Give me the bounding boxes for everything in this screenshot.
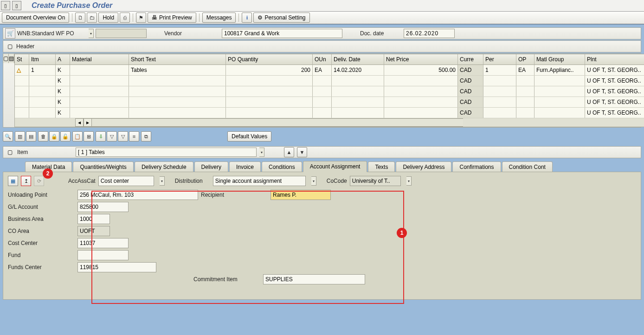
check-icon[interactable]: ⚑ (136, 13, 146, 23)
tab-delivery-schedule[interactable]: Delivery Schedule (135, 161, 193, 172)
hold-button[interactable]: Hold (98, 13, 118, 23)
cell-a[interactable]: K (56, 65, 70, 75)
tab-delivery[interactable]: Delivery (194, 161, 228, 172)
cell-plnt[interactable]: U OF T, ST. GEORG.. (585, 76, 644, 86)
col-curr[interactable]: Curre (458, 54, 483, 64)
deselect-all-btn[interactable]: ▤ (26, 131, 36, 142)
cell-per[interactable] (483, 76, 516, 86)
cell-mat[interactable] (70, 76, 129, 86)
info-icon[interactable]: i (242, 13, 252, 23)
fund-field[interactable] (77, 250, 129, 260)
tab-invoice[interactable]: Invoice (229, 161, 261, 172)
tab-confirmations[interactable]: Confirmations (452, 161, 501, 172)
cell-op[interactable] (516, 76, 535, 86)
addl-planning-icon[interactable]: ⧉ (141, 131, 151, 142)
cell-plnt[interactable]: U OF T, ST. GEORG.. (585, 108, 644, 118)
cell-mgrp[interactable] (535, 108, 585, 118)
grid-hscroll[interactable]: ◀ ▶ (75, 118, 644, 127)
gl-field[interactable]: 825800 (77, 202, 129, 212)
cell-st[interactable] (15, 76, 29, 86)
cell-st[interactable] (15, 86, 29, 97)
tab-conditions[interactable]: Conditions (262, 161, 302, 172)
cell-mgrp[interactable]: Furn.Applianc.. (535, 65, 585, 75)
item-next-icon[interactable]: ▼ (297, 147, 307, 157)
po-number-field[interactable] (96, 29, 147, 38)
item-selector-dropdown[interactable]: ▾ (259, 148, 264, 157)
messages-button[interactable]: Messages (202, 13, 236, 23)
cell-per[interactable]: 1 (483, 65, 516, 75)
copy-icon[interactable]: 📋 (72, 131, 83, 142)
other-po-icon[interactable]: 🗀 (87, 13, 97, 23)
distribution-dropdown[interactable]: ▾ (311, 176, 316, 186)
col-quantity[interactable]: PO Quantity (226, 54, 313, 64)
cell-oun[interactable] (313, 76, 332, 86)
cell-np[interactable] (384, 76, 458, 86)
cell-cur[interactable]: CAD (458, 97, 483, 107)
table-view-icon[interactable]: ▦ (8, 176, 18, 186)
cell-itm[interactable] (29, 86, 56, 97)
default-values-button[interactable]: Default Values (227, 131, 271, 142)
tab-material-data[interactable]: Material Data (25, 161, 72, 172)
vendor-field[interactable]: 100817 Grand & Work (222, 29, 342, 38)
cell-mat[interactable] (70, 97, 129, 107)
cell-oun[interactable] (313, 97, 332, 107)
cell-np[interactable] (384, 97, 458, 107)
cell-sht[interactable] (129, 108, 226, 118)
cell-ddate[interactable] (332, 108, 384, 118)
doc-overview-button[interactable]: Document Overview On (2, 13, 69, 23)
table-row[interactable]: KCADU OF T, ST. GEORG.. (15, 97, 644, 108)
cell-per[interactable] (483, 97, 516, 107)
grid-settings-icon[interactable]: ⊞ (84, 131, 94, 142)
tab-quantities-weights[interactable]: Quantities/Weights (73, 161, 134, 172)
cocode-dropdown[interactable]: ▾ (406, 176, 412, 186)
cell-sht[interactable] (129, 76, 226, 86)
cell-np[interactable] (384, 108, 458, 118)
distribution-field[interactable]: Single account assignment (213, 176, 306, 186)
delete-icon[interactable]: 🗑 (38, 131, 48, 142)
att-icon[interactable]: ≡ (129, 131, 139, 142)
ci-field[interactable]: SUPPLIES (263, 274, 365, 284)
cell-itm[interactable] (29, 97, 56, 107)
cell-op[interactable]: EA (516, 65, 535, 75)
table-row[interactable]: KCADU OF T, ST. GEORG.. (15, 108, 644, 118)
tab-delivery-address[interactable]: Delivery Address (396, 161, 451, 172)
personal-setting-button[interactable]: ⚙ Personal Setting (253, 13, 309, 23)
cell-st[interactable] (15, 108, 29, 118)
export-icon[interactable]: ⇩ (96, 131, 106, 142)
col-per[interactable]: Per (483, 54, 516, 64)
unlock-icon[interactable]: 🔓 (60, 131, 71, 142)
cell-per[interactable] (483, 108, 516, 118)
cell-sht[interactable] (129, 97, 226, 107)
scroll-left-icon[interactable]: ◀ (75, 118, 84, 127)
cell-oun[interactable]: EA (313, 65, 332, 75)
accasscat-dropdown[interactable]: ▾ (160, 176, 165, 186)
cell-qty[interactable] (226, 76, 313, 86)
tab-condition-cont[interactable]: Condition Cont (502, 161, 553, 172)
select-all-icon[interactable]: ▤ (9, 54, 14, 63)
cell-mgrp[interactable] (535, 97, 585, 107)
cell-np[interactable] (384, 86, 458, 97)
col-delivdate[interactable]: Deliv. Date (332, 54, 384, 64)
cell-sht[interactable]: Tables (129, 65, 226, 75)
cell-per[interactable] (483, 86, 516, 97)
cell-a[interactable]: K (56, 86, 70, 97)
item-selector[interactable]: [ 1 ] Tables (76, 148, 257, 157)
repeat-off-icon[interactable]: ⟳ (34, 176, 44, 186)
accasscat-field[interactable]: Cost center (98, 176, 154, 186)
cell-cur[interactable]: CAD (458, 65, 483, 75)
fc-field[interactable]: 119815 (77, 262, 156, 272)
cell-qty[interactable] (226, 108, 313, 118)
cell-cur[interactable]: CAD (458, 86, 483, 97)
cell-oun[interactable] (313, 108, 332, 118)
layout2-icon[interactable]: ▯ (12, 1, 21, 10)
select-all-btn[interactable]: ▥ (15, 131, 25, 142)
col-op[interactable]: OP (516, 54, 535, 64)
tab-account-assignment[interactable]: Account Assignment (303, 161, 367, 172)
filter2-icon[interactable]: ▽ (118, 131, 128, 142)
collapse-items-icon[interactable]: ▢ (3, 54, 9, 63)
park-icon[interactable]: ⎙ (120, 13, 130, 23)
cell-op[interactable] (516, 97, 535, 107)
repeat-on-icon[interactable]: ↥ (21, 176, 31, 186)
col-matlgroup[interactable]: Matl Group (535, 54, 585, 64)
table-row[interactable]: KCADU OF T, ST. GEORG.. (15, 86, 644, 97)
